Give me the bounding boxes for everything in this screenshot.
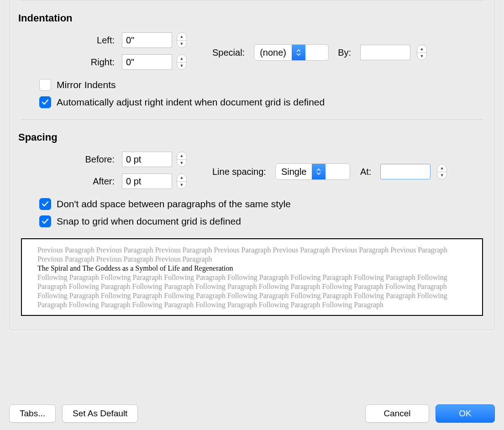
after-label: After: — [39, 176, 115, 187]
after-input[interactable] — [122, 173, 172, 189]
chevron-up-icon[interactable]: ▲ — [177, 174, 186, 182]
section-divider-top — [21, 0, 483, 0]
spacing-heading: Spacing — [18, 131, 483, 143]
snap-to-grid-checkbox[interactable] — [39, 215, 51, 227]
chevron-down-icon[interactable]: ▼ — [177, 63, 186, 70]
line-spacing-select[interactable]: Single — [275, 163, 350, 180]
chevron-down-icon[interactable]: ▼ — [417, 53, 426, 60]
indent-left-stepper[interactable]: ▲ ▼ — [177, 32, 187, 48]
chevron-up-icon[interactable]: ▲ — [177, 33, 186, 41]
chevron-up-icon[interactable]: ▲ — [177, 55, 186, 63]
before-label: Before: — [39, 154, 115, 165]
special-select-value: (none) — [254, 45, 292, 60]
mirror-indents-checkbox[interactable] — [39, 79, 51, 91]
by-label: By: — [338, 47, 351, 58]
before-stepper[interactable]: ▲ ▼ — [177, 152, 187, 167]
auto-adjust-label: Automatically adjust right indent when d… — [57, 97, 325, 108]
line-spacing-label: Line spacing: — [212, 167, 266, 177]
paragraph-preview: Previous Paragraph Previous Paragraph Pr… — [21, 238, 483, 316]
preview-following-text: Following Paragraph Following Paragraph … — [37, 273, 467, 309]
indent-right-label: Right: — [39, 57, 115, 68]
set-as-default-button[interactable]: Set As Default — [62, 404, 138, 423]
mirror-indents-label: Mirror Indents — [57, 79, 116, 90]
chevron-down-icon[interactable]: ▼ — [177, 41, 186, 48]
indent-right-input[interactable] — [122, 54, 172, 70]
chevron-up-icon[interactable]: ▲ — [417, 45, 426, 53]
dont-add-space-label: Don't add space between paragraphs of th… — [57, 199, 291, 210]
line-spacing-value: Single — [276, 164, 312, 179]
at-input[interactable] — [380, 164, 430, 179]
dont-add-space-checkbox[interactable] — [39, 198, 51, 210]
chevron-down-icon[interactable]: ▼ — [177, 160, 186, 167]
before-input[interactable] — [122, 152, 172, 167]
ok-button[interactable]: OK — [436, 404, 495, 423]
chevron-up-icon[interactable]: ▲ — [437, 164, 446, 172]
after-stepper[interactable]: ▲ ▼ — [177, 173, 187, 189]
special-select[interactable]: (none) — [254, 44, 329, 61]
updown-icon — [312, 164, 326, 179]
section-divider-mid — [21, 119, 483, 120]
at-stepper[interactable]: ▲ ▼ — [437, 164, 447, 179]
special-label: Special: — [212, 47, 245, 58]
auto-adjust-checkbox[interactable] — [39, 96, 51, 108]
indentation-heading: Indentation — [18, 12, 483, 24]
chevron-down-icon[interactable]: ▼ — [437, 172, 446, 179]
indent-left-label: Left: — [39, 35, 115, 46]
preview-sample-text: The Spiral and The Goddess as a Symbol o… — [37, 264, 467, 273]
chevron-down-icon[interactable]: ▼ — [177, 182, 186, 189]
by-stepper[interactable]: ▲ ▼ — [417, 45, 427, 60]
snap-to-grid-label: Snap to grid when document grid is defin… — [57, 216, 241, 227]
preview-previous-text: Previous Paragraph Previous Paragraph Pr… — [37, 246, 467, 264]
cancel-button[interactable]: Cancel — [365, 404, 429, 423]
indent-left-input[interactable] — [122, 32, 172, 48]
chevron-up-icon[interactable]: ▲ — [177, 152, 186, 160]
by-input[interactable] — [360, 45, 410, 60]
updown-icon — [292, 45, 305, 60]
tabs-button[interactable]: Tabs... — [9, 404, 56, 423]
at-label: At: — [360, 167, 371, 177]
indent-right-stepper[interactable]: ▲ ▼ — [177, 54, 187, 70]
